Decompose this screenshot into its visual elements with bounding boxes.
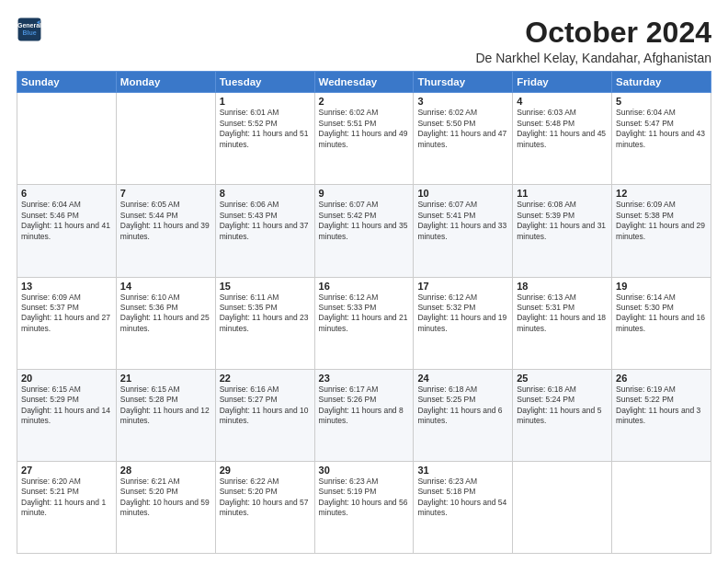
day-info: Sunrise: 6:06 AM Sunset: 5:43 PM Dayligh… (220, 200, 311, 242)
day-number: 31 (417, 465, 508, 476)
day-number: 2 (319, 96, 410, 107)
day-info: Sunrise: 6:07 AM Sunset: 5:42 PM Dayligh… (319, 200, 410, 242)
day-number: 8 (220, 188, 311, 199)
day-number: 17 (417, 281, 508, 292)
day-number: 12 (616, 188, 707, 199)
day-number: 4 (517, 96, 608, 107)
calendar-cell: 29Sunrise: 6:22 AM Sunset: 5:20 PM Dayli… (215, 461, 314, 553)
calendar-cell: 26Sunrise: 6:19 AM Sunset: 5:22 PM Dayli… (612, 369, 711, 461)
day-info: Sunrise: 6:18 AM Sunset: 5:25 PM Dayligh… (417, 385, 508, 427)
day-info: Sunrise: 6:17 AM Sunset: 5:26 PM Dayligh… (319, 385, 410, 427)
weekday-header: Wednesday (314, 72, 414, 93)
day-info: Sunrise: 6:01 AM Sunset: 5:52 PM Dayligh… (220, 108, 311, 150)
day-info: Sunrise: 6:05 AM Sunset: 5:44 PM Dayligh… (120, 200, 211, 242)
calendar-header-row: SundayMondayTuesdayWednesdayThursdayFrid… (17, 72, 711, 93)
day-number: 27 (21, 465, 112, 476)
weekday-header: Thursday (414, 72, 513, 93)
calendar-cell (116, 93, 215, 185)
calendar-cell: 21Sunrise: 6:15 AM Sunset: 5:28 PM Dayli… (116, 369, 215, 461)
calendar-cell: 7Sunrise: 6:05 AM Sunset: 5:44 PM Daylig… (116, 185, 215, 277)
calendar-cell: 3Sunrise: 6:02 AM Sunset: 5:50 PM Daylig… (414, 93, 513, 185)
calendar-cell: 23Sunrise: 6:17 AM Sunset: 5:26 PM Dayli… (314, 369, 414, 461)
day-number: 24 (417, 373, 508, 384)
calendar-cell: 13Sunrise: 6:09 AM Sunset: 5:37 PM Dayli… (17, 277, 117, 369)
day-info: Sunrise: 6:03 AM Sunset: 5:48 PM Dayligh… (517, 108, 608, 150)
day-info: Sunrise: 6:09 AM Sunset: 5:37 PM Dayligh… (21, 293, 112, 335)
day-number: 16 (319, 281, 410, 292)
calendar-cell (513, 461, 612, 553)
day-number: 29 (220, 465, 311, 476)
svg-text:Blue: Blue (22, 29, 36, 36)
day-info: Sunrise: 6:08 AM Sunset: 5:39 PM Dayligh… (517, 200, 608, 242)
day-info: Sunrise: 6:19 AM Sunset: 5:22 PM Dayligh… (616, 385, 707, 427)
day-number: 10 (417, 188, 508, 199)
day-number: 14 (120, 281, 211, 292)
weekday-header: Friday (513, 72, 612, 93)
calendar-cell: 9Sunrise: 6:07 AM Sunset: 5:42 PM Daylig… (314, 185, 414, 277)
calendar-table: SundayMondayTuesdayWednesdayThursdayFrid… (17, 71, 711, 554)
day-number: 5 (616, 96, 707, 107)
day-number: 15 (220, 281, 311, 292)
day-number: 22 (220, 373, 311, 384)
day-info: Sunrise: 6:10 AM Sunset: 5:36 PM Dayligh… (120, 293, 211, 335)
calendar-cell: 18Sunrise: 6:13 AM Sunset: 5:31 PM Dayli… (513, 277, 612, 369)
calendar-cell: 14Sunrise: 6:10 AM Sunset: 5:36 PM Dayli… (116, 277, 215, 369)
calendar-cell: 28Sunrise: 6:21 AM Sunset: 5:20 PM Dayli… (116, 461, 215, 553)
day-info: Sunrise: 6:18 AM Sunset: 5:24 PM Dayligh… (517, 385, 608, 427)
location: De Narkhel Kelay, Kandahar, Afghanistan (475, 51, 711, 65)
header: General Blue October 2024 De Narkhel Kel… (17, 17, 711, 65)
calendar-cell: 10Sunrise: 6:07 AM Sunset: 5:41 PM Dayli… (414, 185, 513, 277)
day-number: 18 (517, 281, 608, 292)
calendar-cell: 2Sunrise: 6:02 AM Sunset: 5:51 PM Daylig… (314, 93, 414, 185)
calendar-cell: 30Sunrise: 6:23 AM Sunset: 5:19 PM Dayli… (314, 461, 414, 553)
day-number: 23 (319, 373, 410, 384)
day-number: 7 (120, 188, 211, 199)
day-info: Sunrise: 6:16 AM Sunset: 5:27 PM Dayligh… (220, 385, 311, 427)
day-info: Sunrise: 6:02 AM Sunset: 5:50 PM Dayligh… (417, 108, 508, 150)
day-info: Sunrise: 6:12 AM Sunset: 5:33 PM Dayligh… (319, 293, 410, 335)
day-info: Sunrise: 6:09 AM Sunset: 5:38 PM Dayligh… (616, 200, 707, 242)
day-number: 1 (220, 96, 311, 107)
day-info: Sunrise: 6:23 AM Sunset: 5:19 PM Dayligh… (319, 477, 410, 519)
logo-icon: General Blue (17, 17, 42, 42)
day-info: Sunrise: 6:02 AM Sunset: 5:51 PM Dayligh… (319, 108, 410, 150)
day-number: 28 (120, 465, 211, 476)
calendar-week-row: 13Sunrise: 6:09 AM Sunset: 5:37 PM Dayli… (17, 277, 711, 369)
calendar-cell: 24Sunrise: 6:18 AM Sunset: 5:25 PM Dayli… (414, 369, 513, 461)
day-info: Sunrise: 6:22 AM Sunset: 5:20 PM Dayligh… (220, 477, 311, 519)
weekday-header: Sunday (17, 72, 117, 93)
calendar-cell: 31Sunrise: 6:23 AM Sunset: 5:18 PM Dayli… (414, 461, 513, 553)
day-info: Sunrise: 6:04 AM Sunset: 5:47 PM Dayligh… (616, 108, 707, 150)
day-number: 25 (517, 373, 608, 384)
calendar-cell: 5Sunrise: 6:04 AM Sunset: 5:47 PM Daylig… (612, 93, 711, 185)
day-info: Sunrise: 6:11 AM Sunset: 5:35 PM Dayligh… (220, 293, 311, 335)
day-info: Sunrise: 6:07 AM Sunset: 5:41 PM Dayligh… (417, 200, 508, 242)
calendar-week-row: 6Sunrise: 6:04 AM Sunset: 5:46 PM Daylig… (17, 185, 711, 277)
day-number: 30 (319, 465, 410, 476)
calendar-cell: 8Sunrise: 6:06 AM Sunset: 5:43 PM Daylig… (215, 185, 314, 277)
day-number: 19 (616, 281, 707, 292)
logo: General Blue (17, 17, 44, 42)
calendar-cell: 4Sunrise: 6:03 AM Sunset: 5:48 PM Daylig… (513, 93, 612, 185)
calendar-cell: 22Sunrise: 6:16 AM Sunset: 5:27 PM Dayli… (215, 369, 314, 461)
day-info: Sunrise: 6:15 AM Sunset: 5:28 PM Dayligh… (120, 385, 211, 427)
day-info: Sunrise: 6:21 AM Sunset: 5:20 PM Dayligh… (120, 477, 211, 519)
calendar-cell: 17Sunrise: 6:12 AM Sunset: 5:32 PM Dayli… (414, 277, 513, 369)
calendar-cell: 12Sunrise: 6:09 AM Sunset: 5:38 PM Dayli… (612, 185, 711, 277)
calendar-cell (612, 461, 711, 553)
month-title: October 2024 (475, 17, 711, 49)
weekday-header: Tuesday (215, 72, 314, 93)
calendar-cell: 27Sunrise: 6:20 AM Sunset: 5:21 PM Dayli… (17, 461, 117, 553)
day-number: 13 (21, 281, 112, 292)
day-info: Sunrise: 6:04 AM Sunset: 5:46 PM Dayligh… (21, 200, 112, 242)
calendar-week-row: 20Sunrise: 6:15 AM Sunset: 5:29 PM Dayli… (17, 369, 711, 461)
day-info: Sunrise: 6:20 AM Sunset: 5:21 PM Dayligh… (21, 477, 112, 519)
weekday-header: Monday (116, 72, 215, 93)
svg-text:General: General (17, 22, 41, 29)
day-number: 6 (21, 188, 112, 199)
calendar-week-row: 1Sunrise: 6:01 AM Sunset: 5:52 PM Daylig… (17, 93, 711, 185)
calendar-cell: 6Sunrise: 6:04 AM Sunset: 5:46 PM Daylig… (17, 185, 117, 277)
calendar-cell: 25Sunrise: 6:18 AM Sunset: 5:24 PM Dayli… (513, 369, 612, 461)
day-info: Sunrise: 6:15 AM Sunset: 5:29 PM Dayligh… (21, 385, 112, 427)
day-info: Sunrise: 6:13 AM Sunset: 5:31 PM Dayligh… (517, 293, 608, 335)
